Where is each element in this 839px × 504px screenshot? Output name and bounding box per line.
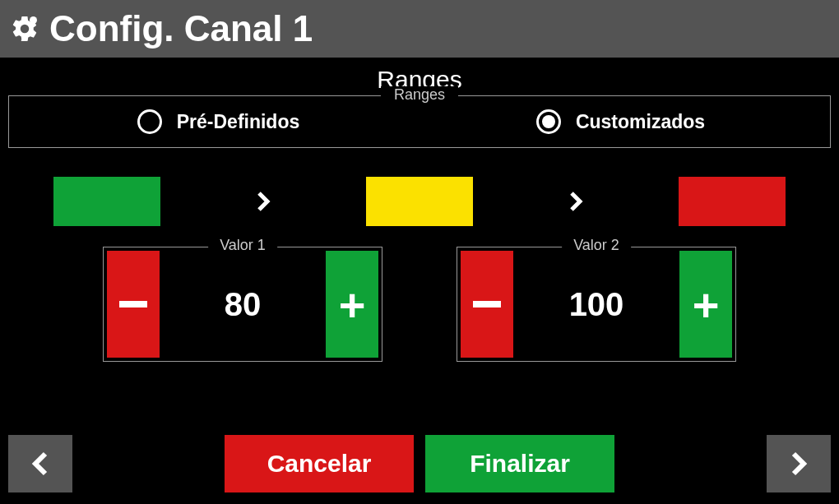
radio-predefined[interactable]: Pré-Definidos: [17, 109, 420, 134]
minus-icon: [473, 301, 501, 307]
value1-box: Valor 1 80 +: [103, 247, 382, 362]
finish-button[interactable]: Finalizar: [425, 435, 614, 492]
value1-legend: Valor 1: [208, 237, 277, 254]
chevron-right-icon: [784, 449, 814, 479]
value1-minus-button[interactable]: [107, 251, 160, 358]
chevron-right-icon: [251, 189, 276, 214]
value1-number: 80: [163, 247, 322, 361]
next-button[interactable]: [767, 435, 831, 492]
settings-icon: [10, 14, 39, 44]
cancel-button[interactable]: Cancelar: [225, 435, 414, 492]
color-yellow: [366, 177, 473, 226]
value2-minus-button[interactable]: [461, 251, 513, 358]
prev-button[interactable]: [8, 435, 72, 492]
chevron-right-icon: [563, 189, 588, 214]
svg-point-0: [30, 16, 37, 24]
header-bar: Config. Canal 1: [0, 0, 839, 58]
plus-icon: +: [339, 278, 366, 331]
fieldset-legend: Ranges: [381, 86, 458, 104]
value1-plus-button[interactable]: +: [326, 251, 378, 358]
color-row: [8, 148, 831, 226]
page-title: Config. Canal 1: [49, 8, 313, 49]
radio-predefined-label: Pré-Definidos: [177, 111, 300, 133]
radio-selected-icon: [536, 109, 561, 134]
ranges-fieldset: Ranges Pré-Definidos Customizados: [8, 95, 831, 148]
value2-legend: Valor 2: [562, 237, 631, 254]
chevron-left-icon: [25, 449, 55, 479]
plus-icon: +: [693, 278, 720, 331]
radio-custom-label: Customizados: [576, 111, 705, 133]
value2-plus-button[interactable]: +: [679, 251, 732, 358]
value2-number: 100: [517, 247, 676, 361]
color-red: [679, 177, 786, 226]
radio-icon: [137, 109, 162, 134]
radio-custom[interactable]: Customizados: [420, 109, 822, 134]
color-green: [53, 177, 160, 226]
value2-box: Valor 2 100 +: [457, 247, 736, 362]
minus-icon: [119, 301, 147, 307]
